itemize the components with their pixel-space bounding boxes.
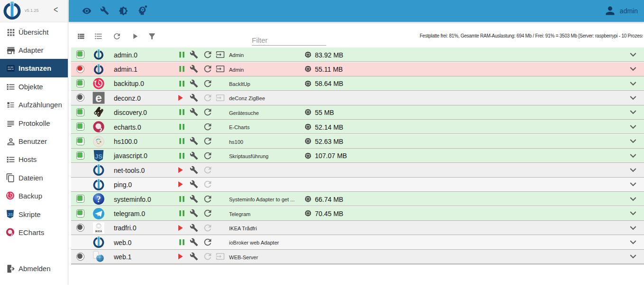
svg-text:IKEA: IKEA <box>95 230 102 233</box>
svg-text:JS: JS <box>8 212 13 217</box>
svg-text:?: ? <box>96 195 101 204</box>
svg-text:JS: JS <box>95 153 102 160</box>
svg-text:e: e <box>95 92 102 104</box>
